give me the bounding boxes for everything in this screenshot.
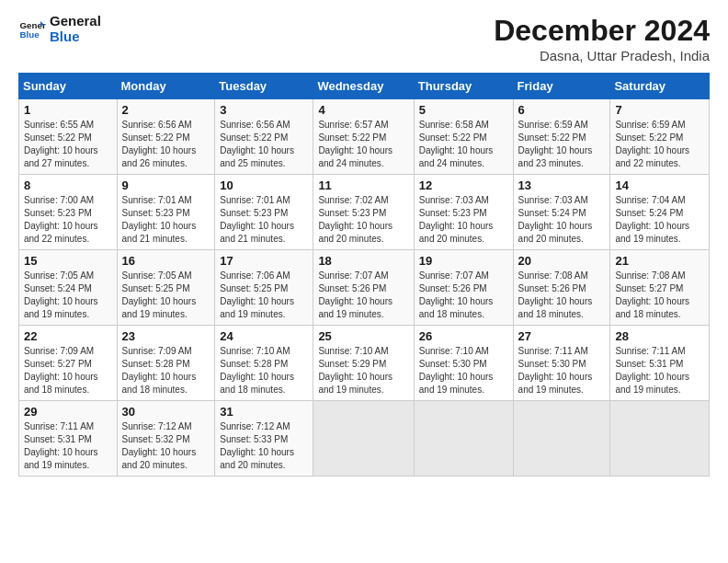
- month-title: December 2024: [494, 14, 710, 48]
- table-row: 2Sunrise: 6:56 AM Sunset: 5:22 PM Daylig…: [117, 99, 215, 175]
- header-monday: Monday: [117, 74, 215, 99]
- calendar-week-1: 1Sunrise: 6:55 AM Sunset: 5:22 PM Daylig…: [19, 99, 710, 175]
- day-number: 14: [615, 178, 704, 192]
- day-detail: Sunrise: 7:10 AM Sunset: 5:30 PM Dayligh…: [419, 345, 508, 396]
- day-detail: Sunrise: 6:56 AM Sunset: 5:22 PM Dayligh…: [122, 119, 210, 170]
- day-detail: Sunrise: 7:10 AM Sunset: 5:29 PM Dayligh…: [318, 345, 408, 396]
- table-row: 16Sunrise: 7:05 AM Sunset: 5:25 PM Dayli…: [117, 250, 215, 326]
- day-number: 29: [24, 405, 112, 419]
- day-detail: Sunrise: 6:55 AM Sunset: 5:22 PM Dayligh…: [24, 119, 112, 170]
- table-row: 10Sunrise: 7:01 AM Sunset: 5:23 PM Dayli…: [215, 175, 313, 250]
- day-number: 26: [419, 329, 508, 343]
- day-number: 15: [24, 254, 112, 268]
- table-row: 24Sunrise: 7:10 AM Sunset: 5:28 PM Dayli…: [215, 326, 313, 401]
- day-number: 6: [518, 103, 606, 117]
- header-tuesday: Tuesday: [215, 74, 313, 99]
- table-row: 19Sunrise: 7:07 AM Sunset: 5:26 PM Dayli…: [414, 250, 513, 326]
- day-number: 24: [220, 329, 308, 343]
- day-detail: Sunrise: 7:07 AM Sunset: 5:26 PM Dayligh…: [318, 270, 408, 321]
- day-detail: Sunrise: 7:05 AM Sunset: 5:25 PM Dayligh…: [122, 270, 210, 321]
- calendar-week-2: 8Sunrise: 7:00 AM Sunset: 5:23 PM Daylig…: [19, 175, 710, 250]
- day-number: 9: [122, 178, 210, 192]
- table-row: 12Sunrise: 7:03 AM Sunset: 5:23 PM Dayli…: [414, 175, 513, 250]
- table-row: 27Sunrise: 7:11 AM Sunset: 5:30 PM Dayli…: [513, 326, 610, 401]
- day-detail: Sunrise: 7:03 AM Sunset: 5:24 PM Dayligh…: [518, 194, 606, 246]
- day-detail: Sunrise: 7:12 AM Sunset: 5:33 PM Dayligh…: [220, 420, 308, 472]
- table-row: 18Sunrise: 7:07 AM Sunset: 5:26 PM Dayli…: [313, 250, 414, 326]
- day-detail: Sunrise: 7:02 AM Sunset: 5:23 PM Dayligh…: [318, 194, 408, 246]
- table-row: 1Sunrise: 6:55 AM Sunset: 5:22 PM Daylig…: [19, 99, 118, 175]
- day-number: 19: [419, 254, 508, 268]
- logo-general: General: [50, 13, 101, 29]
- calendar-header-row: Sunday Monday Tuesday Wednesday Thursday…: [19, 74, 710, 99]
- day-detail: Sunrise: 7:09 AM Sunset: 5:28 PM Dayligh…: [122, 345, 210, 396]
- day-number: 31: [220, 405, 308, 419]
- day-number: 7: [615, 103, 704, 117]
- table-row: 17Sunrise: 7:06 AM Sunset: 5:25 PM Dayli…: [215, 250, 313, 326]
- header-wednesday: Wednesday: [313, 74, 414, 99]
- day-detail: Sunrise: 7:01 AM Sunset: 5:23 PM Dayligh…: [122, 194, 210, 246]
- day-detail: Sunrise: 7:11 AM Sunset: 5:31 PM Dayligh…: [24, 420, 112, 472]
- day-number: 8: [24, 178, 112, 192]
- table-row: [610, 401, 710, 477]
- table-row: 23Sunrise: 7:09 AM Sunset: 5:28 PM Dayli…: [117, 326, 215, 401]
- day-detail: Sunrise: 7:11 AM Sunset: 5:31 PM Dayligh…: [615, 345, 704, 396]
- table-row: 6Sunrise: 6:59 AM Sunset: 5:22 PM Daylig…: [513, 99, 610, 175]
- calendar-week-4: 22Sunrise: 7:09 AM Sunset: 5:27 PM Dayli…: [19, 326, 710, 401]
- day-number: 20: [518, 254, 606, 268]
- day-number: 10: [220, 178, 308, 192]
- svg-text:Blue: Blue: [20, 29, 40, 40]
- day-detail: Sunrise: 6:59 AM Sunset: 5:22 PM Dayligh…: [615, 119, 704, 170]
- day-number: 13: [518, 178, 606, 192]
- day-detail: Sunrise: 7:01 AM Sunset: 5:23 PM Dayligh…: [220, 194, 308, 246]
- day-detail: Sunrise: 7:05 AM Sunset: 5:24 PM Dayligh…: [24, 270, 112, 321]
- day-detail: Sunrise: 7:09 AM Sunset: 5:27 PM Dayligh…: [24, 345, 112, 396]
- day-detail: Sunrise: 7:11 AM Sunset: 5:30 PM Dayligh…: [518, 345, 606, 396]
- table-row: 14Sunrise: 7:04 AM Sunset: 5:24 PM Dayli…: [610, 175, 710, 250]
- table-row: 7Sunrise: 6:59 AM Sunset: 5:22 PM Daylig…: [610, 99, 710, 175]
- logo-icon: General Blue: [18, 16, 46, 43]
- day-number: 28: [615, 329, 704, 343]
- table-row: [414, 401, 513, 477]
- day-detail: Sunrise: 7:08 AM Sunset: 5:26 PM Dayligh…: [518, 270, 606, 321]
- calendar-week-5: 29Sunrise: 7:11 AM Sunset: 5:31 PM Dayli…: [19, 401, 710, 477]
- day-detail: Sunrise: 6:58 AM Sunset: 5:22 PM Dayligh…: [419, 119, 508, 170]
- day-number: 1: [24, 103, 112, 117]
- day-detail: Sunrise: 7:10 AM Sunset: 5:28 PM Dayligh…: [220, 345, 308, 396]
- header-thursday: Thursday: [414, 74, 513, 99]
- table-row: [513, 401, 610, 477]
- logo-blue: Blue: [50, 29, 80, 44]
- page: General Blue General Blue December 2024 …: [0, 0, 728, 563]
- table-row: 15Sunrise: 7:05 AM Sunset: 5:24 PM Dayli…: [19, 250, 118, 326]
- day-number: 18: [318, 254, 408, 268]
- table-row: 31Sunrise: 7:12 AM Sunset: 5:33 PM Dayli…: [215, 401, 313, 477]
- table-row: 8Sunrise: 7:00 AM Sunset: 5:23 PM Daylig…: [19, 175, 118, 250]
- header-sunday: Sunday: [19, 74, 118, 99]
- header: General Blue General Blue December 2024 …: [18, 14, 710, 63]
- table-row: 25Sunrise: 7:10 AM Sunset: 5:29 PM Dayli…: [313, 326, 414, 401]
- table-row: 21Sunrise: 7:08 AM Sunset: 5:27 PM Dayli…: [610, 250, 710, 326]
- day-detail: Sunrise: 6:56 AM Sunset: 5:22 PM Dayligh…: [220, 119, 308, 170]
- day-number: 23: [122, 329, 210, 343]
- table-row: 5Sunrise: 6:58 AM Sunset: 5:22 PM Daylig…: [414, 99, 513, 175]
- header-friday: Friday: [513, 74, 610, 99]
- day-number: 4: [318, 103, 408, 117]
- table-row: [313, 401, 414, 477]
- day-detail: Sunrise: 7:08 AM Sunset: 5:27 PM Dayligh…: [615, 270, 704, 321]
- table-row: 28Sunrise: 7:11 AM Sunset: 5:31 PM Dayli…: [610, 326, 710, 401]
- table-row: 29Sunrise: 7:11 AM Sunset: 5:31 PM Dayli…: [19, 401, 118, 477]
- table-row: 11Sunrise: 7:02 AM Sunset: 5:23 PM Dayli…: [313, 175, 414, 250]
- title-area: December 2024 Dasna, Uttar Pradesh, Indi…: [494, 14, 710, 63]
- day-detail: Sunrise: 7:06 AM Sunset: 5:25 PM Dayligh…: [220, 270, 308, 321]
- day-number: 21: [615, 254, 704, 268]
- table-row: 9Sunrise: 7:01 AM Sunset: 5:23 PM Daylig…: [117, 175, 215, 250]
- table-row: 30Sunrise: 7:12 AM Sunset: 5:32 PM Dayli…: [117, 401, 215, 477]
- table-row: 4Sunrise: 6:57 AM Sunset: 5:22 PM Daylig…: [313, 99, 414, 175]
- day-detail: Sunrise: 7:04 AM Sunset: 5:24 PM Dayligh…: [615, 194, 704, 246]
- day-detail: Sunrise: 6:57 AM Sunset: 5:22 PM Dayligh…: [318, 119, 408, 170]
- day-number: 25: [318, 329, 408, 343]
- table-row: 3Sunrise: 6:56 AM Sunset: 5:22 PM Daylig…: [215, 99, 313, 175]
- calendar-week-3: 15Sunrise: 7:05 AM Sunset: 5:24 PM Dayli…: [19, 250, 710, 326]
- logo: General Blue General Blue: [18, 14, 101, 44]
- day-number: 3: [220, 103, 308, 117]
